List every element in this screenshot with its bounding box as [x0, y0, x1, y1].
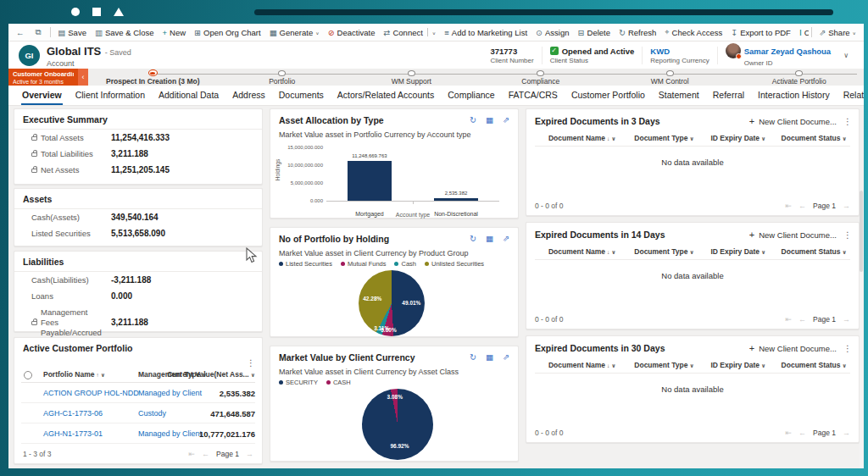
command-bar-item[interactable]: ▦ Generate ∨ [265, 28, 324, 37]
more-icon[interactable]: ⋮ [247, 358, 255, 368]
field-row: Cash(Liabilities) -3,211.188 [14, 272, 262, 288]
column-header[interactable]: Portfolio Name↑∨ [43, 370, 105, 379]
command-bar-item[interactable]: + New ∨ [158, 28, 190, 37]
tab[interactable]: Overview ∨ [15, 86, 69, 105]
tab[interactable]: Statement ∨ [652, 86, 706, 105]
tab[interactable]: Client Information ∨ [69, 86, 152, 105]
command-bar-item[interactable]: ⌖ Check Access ∨ [660, 27, 726, 37]
tab[interactable]: Referral ∨ [706, 86, 751, 105]
page-prev-icon[interactable]: ← [798, 429, 806, 437]
new-client-document-button[interactable]: + New Client Docume... [749, 230, 837, 240]
tab[interactable]: Interaction History ∨ [751, 86, 837, 105]
page-next-icon[interactable]: → [843, 202, 850, 210]
scrollbar[interactable] [860, 191, 863, 468]
business-process-flow: Customer Onboarding ... Active for 3 mon… [8, 69, 864, 86]
column-header[interactable]: Document Status∨ [777, 361, 850, 369]
command-bar-item[interactable]: Ⅰ Connect sequence ∨ [795, 28, 809, 37]
refresh-icon[interactable]: ↻ [470, 234, 476, 243]
management-type-link[interactable]: Custody [138, 409, 166, 418]
column-header[interactable]: Current Value(Net Ass...∨ [167, 370, 255, 379]
view-data-icon[interactable]: ▦ [486, 352, 493, 362]
page-next-icon[interactable]: → [843, 315, 850, 324]
process-stage[interactable]: Portfolio [218, 69, 348, 86]
expand-icon[interactable]: ⇗ [503, 352, 509, 362]
process-stage[interactable]: Compliance [476, 69, 606, 86]
column-header[interactable]: ID Expiry Date∨ [698, 247, 777, 256]
tab[interactable]: Actors/Related Accounts ∨ [331, 86, 441, 105]
process-stage[interactable]: WM Support [347, 69, 476, 86]
column-header[interactable]: Document Name↓∨ [535, 134, 630, 142]
column-header[interactable]: Document Type∨ [630, 361, 699, 369]
select-all-checkbox[interactable] [24, 371, 32, 379]
command-bar-item[interactable]: ⧉ ∨ [31, 27, 48, 37]
management-type-link[interactable]: Managed by Client [138, 389, 202, 397]
process-stage[interactable]: Activate Portfolio [735, 69, 865, 86]
tab[interactable]: FATCA/CRS ∨ [502, 86, 565, 105]
column-header[interactable]: Document Name↓∨ [535, 361, 630, 369]
command-bar-item[interactable]: ⊙ Assign ∨ [531, 28, 573, 37]
more-icon[interactable]: ⋮ [843, 230, 852, 240]
process-badge[interactable]: Customer Onboarding ... Active for 3 mon… [8, 69, 78, 86]
expand-icon[interactable]: ⇗ [503, 234, 509, 243]
tab[interactable]: Documents ∨ [272, 86, 331, 105]
column-header[interactable]: Document Status∨ [777, 247, 850, 256]
command-bar-item[interactable]: ≡ Add to Marketing List ∨ [440, 28, 531, 37]
tab[interactable]: Customer Portfolio ∨ [565, 86, 652, 105]
column-header[interactable]: ID Expiry Date∨ [698, 361, 777, 369]
command-bar-item[interactable]: ⊘ Deactivate ∨ [324, 28, 380, 37]
expand-icon[interactable]: ⇗ [503, 115, 509, 125]
chevron-down-icon[interactable]: ∨ [838, 52, 854, 59]
page-first-icon[interactable]: ⇤ [786, 202, 793, 210]
table-header: Document Name↓∨ Document Type∨ ID Expiry… [535, 361, 850, 374]
market-value-chart-card: Market Value by Client Currency ↻ ▦ ⇗ Ma… [270, 346, 519, 462]
page-next-icon[interactable]: → [246, 450, 253, 458]
tab[interactable]: Address ∨ [225, 86, 272, 105]
page-prev-icon[interactable]: ← [202, 450, 209, 458]
tab[interactable]: Compliance ∨ [441, 86, 501, 105]
refresh-icon[interactable]: ↻ [470, 352, 476, 362]
chevron-down-icon: ∨ [761, 136, 765, 141]
view-data-icon[interactable]: ▦ [486, 115, 493, 125]
column-header[interactable]: ID Expiry Date∨ [698, 134, 777, 142]
page-first-icon[interactable]: ⇤ [786, 429, 793, 437]
command-bar-item[interactable]: ⊞ Open Org Chart ∨ [190, 28, 265, 37]
command-bar-item[interactable]: ⊟ Delete ∨ [574, 28, 615, 37]
new-client-document-button[interactable]: + New Client Docume... [749, 343, 837, 353]
page-first-icon[interactable]: ⇤ [189, 450, 196, 458]
management-type-link[interactable]: Managed by Client [138, 429, 202, 438]
column-header[interactable]: Document Name↓∨ [535, 247, 630, 256]
command-bar-item[interactable]: ▥ Save & Close ∨ [91, 28, 159, 37]
command-bar-item[interactable]: ↻ Refresh ∨ [615, 28, 660, 37]
column-header[interactable]: Document Type∨ [630, 134, 699, 142]
command-bar-item[interactable]: ↧ Export to PDF ∨ [726, 28, 795, 37]
more-icon[interactable]: ⋮ [843, 344, 852, 353]
command-bar-item[interactable]: ← ∨ [12, 28, 31, 37]
url-bar[interactable] [254, 9, 833, 15]
refresh-icon[interactable]: ↻ [470, 115, 476, 125]
column-header[interactable]: Document Status∨ [777, 134, 850, 142]
chevron-down-icon: ∨ [843, 136, 847, 141]
tab[interactable]: Additional Data ∨ [152, 86, 225, 105]
chevron-left-icon[interactable]: ‹ [78, 69, 88, 86]
process-stage[interactable]: WM Control [605, 69, 735, 86]
process-stage[interactable]: Prospect In Creation (3 Mo) [88, 69, 218, 86]
tab[interactable]: Related ∨ [837, 86, 864, 105]
chevron-down-icon: ∨ [611, 363, 615, 368]
empty-state-message: No data available [526, 158, 859, 167]
portfolio-name-link[interactable]: ACTION GROUP HOL-NDD [43, 389, 139, 397]
pie-slice-label: 49.01% [402, 300, 420, 306]
command-bar-item[interactable]: ⇄ Connect ∨ [380, 28, 441, 37]
page-prev-icon[interactable]: ← [798, 315, 806, 324]
stage-marker-icon [148, 69, 158, 76]
more-icon[interactable]: ⋮ [843, 117, 852, 126]
column-header[interactable]: Document Type∨ [630, 247, 699, 256]
portfolio-name-link[interactable]: AGH-C1-1773-06 [43, 409, 103, 418]
view-data-icon[interactable]: ▦ [486, 234, 493, 243]
page-first-icon[interactable]: ⇤ [786, 315, 793, 324]
page-prev-icon[interactable]: ← [798, 202, 806, 210]
new-client-document-button[interactable]: + New Client Docume... [749, 116, 837, 126]
page-next-icon[interactable]: → [843, 429, 850, 437]
portfolio-name-link[interactable]: AGH-N1-1773-01 [43, 429, 103, 438]
command-bar-item[interactable]: ▤ Save ∨ [53, 28, 91, 37]
share-button[interactable]: ⇗ Share ∨ [815, 28, 860, 37]
